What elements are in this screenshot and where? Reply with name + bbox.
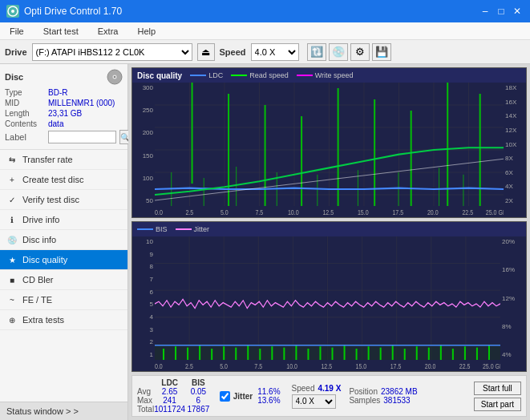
write-speed-legend-label: Write speed [315,71,354,79]
disc-type-field: Type BD-R [5,88,123,97]
bottom-y-axis-right: 20% 16% 12% 8% 4% [500,236,526,371]
y-label: 5 [150,301,153,308]
svg-rect-75 [319,346,321,360]
settings-button[interactable]: ⚙ [350,43,370,61]
stats-avg-ldc: 2.65 [154,387,185,396]
svg-rect-26 [447,83,448,206]
y-label: 1 [150,351,153,358]
title-bar-controls: – □ ✕ [479,5,524,18]
speed-dropdown[interactable]: 4.0 X [292,394,336,409]
minimize-button[interactable]: – [479,5,492,18]
disc-mid-value: MILLENMR1 (000) [48,99,115,107]
disc-info-panel: Disc Type BD-R MID MILLENMR1 (000) Lengt… [0,64,127,150]
svg-rect-83 [416,346,418,360]
svg-rect-61 [155,344,500,360]
svg-text:20.0: 20.0 [427,208,439,216]
speed-row: Speed 4.19 X [292,384,342,393]
svg-text:20.0: 20.0 [425,361,436,370]
position-value: 23862 MB [381,387,418,396]
sidebar-item-transfer-rate[interactable]: ⇆ Transfer rate [0,150,127,170]
menu-extra[interactable]: Extra [91,25,125,38]
svg-rect-71 [271,346,273,360]
disc-button[interactable]: 💿 [329,43,348,61]
cd-bler-icon: ■ [6,274,18,285]
speed-select[interactable]: 4.0 X [251,43,299,61]
svg-rect-76 [332,348,334,360]
y-label: 6 [150,289,153,296]
refresh-button[interactable]: 🔃 [307,43,326,61]
menu-help[interactable]: Help [131,25,162,38]
jitter-avg-value: 11.6% [257,387,280,396]
content-area: Disc quality LDC Read speed Write speed … [128,64,530,420]
disc-length-label: Length [5,109,45,118]
svg-rect-73 [295,345,297,360]
svg-text:10.0: 10.0 [288,208,299,216]
sidebar-item-fe-te[interactable]: ~ FE / TE [0,290,127,310]
bottom-chart-panel: BIS Jitter 10 9 8 7 6 5 4 3 2 [131,221,527,372]
start-buttons: Start full Start part [474,382,521,411]
svg-rect-84 [428,348,430,360]
extra-tests-icon: ⊕ [6,314,18,325]
top-chart-svg-container: 0.0 2.5 5.0 7.5 10.0 12.5 15.0 17.5 20.0… [155,83,504,217]
svg-text:2.5: 2.5 [185,361,193,370]
save-button[interactable]: 💾 [372,43,391,61]
disc-type-label: Type [5,88,45,97]
speed-label: Speed [220,47,246,57]
sidebar-item-create-test-disc[interactable]: + Create test disc [0,170,127,190]
sidebar-item-label: Extra tests [22,315,64,325]
start-part-button[interactable]: Start part [474,398,521,411]
sidebar-item-extra-tests[interactable]: ⊕ Extra tests [0,310,127,330]
speed-label: Speed [292,384,315,393]
status-window-button[interactable]: Status window > > [0,402,127,420]
samples-value: 381533 [383,396,410,405]
menu-file[interactable]: File [3,25,30,38]
top-chart-body: 300 250 200 150 100 50 [132,83,526,217]
read-speed-legend-color [231,75,247,76]
sidebar-item-label: Disc quality [22,255,67,265]
disc-length-field: Length 23,31 GB [5,109,123,118]
stats-total-ldc: 1011724 [154,405,185,414]
y-right-label: 20% [502,238,526,245]
y-label: 2 [150,338,153,345]
svg-rect-68 [235,348,237,360]
bis-legend: BIS [137,225,168,233]
svg-rect-35 [439,168,439,206]
svg-rect-21 [265,105,266,206]
sidebar-item-verify-test-disc[interactable]: ✓ Verify test disc [0,190,127,210]
disc-mid-field: MID MILLENMR1 (000) [5,99,123,107]
svg-rect-74 [307,349,309,360]
disc-label-input[interactable] [48,131,116,143]
jitter-label: Jitter [233,392,253,401]
y-label: 100 [143,175,153,182]
sidebar-item-drive-info[interactable]: ℹ Drive info [0,210,127,230]
svg-text:25.0 GB: 25.0 GB [483,361,500,370]
top-y-axis-left: 300 250 200 150 100 50 [132,83,155,217]
sidebar-item-disc-quality[interactable]: ★ Disc quality [0,250,127,270]
close-button[interactable]: ✕ [511,5,524,18]
stats-avg-bis: 0.05 [185,387,212,396]
stats-max-label: Max [137,396,154,405]
svg-rect-36 [463,175,463,206]
sidebar-item-cd-bler[interactable]: ■ CD Bler [0,270,127,290]
jitter-checkbox[interactable] [220,391,230,402]
stats-header-bis: BIS [185,378,212,387]
stats-max-bis: 6 [185,396,212,405]
y-label: 10 [146,238,153,245]
sidebar-item-disc-info[interactable]: 💿 Disc info [0,230,127,250]
menu-start-test[interactable]: Start test [37,25,85,38]
start-full-button[interactable]: Start full [474,382,521,395]
read-speed-legend: Read speed [231,71,289,79]
svg-point-4 [114,76,115,78]
svg-rect-80 [380,348,382,360]
eject-button[interactable]: ⏏ [197,43,215,61]
drive-select[interactable]: (F:) ATAPI iHBS112 2 CL0K [32,43,192,61]
svg-rect-82 [404,349,406,360]
fe-te-icon: ~ [6,294,18,305]
svg-rect-77 [344,345,346,360]
maximize-button[interactable]: □ [495,5,508,18]
speed-section: Speed 4.19 X 4.0 X [292,384,342,409]
y-right-label: 8X [505,155,526,162]
create-test-disc-icon: + [6,174,18,185]
svg-text:15.0: 15.0 [356,361,367,370]
svg-rect-65 [199,345,200,360]
